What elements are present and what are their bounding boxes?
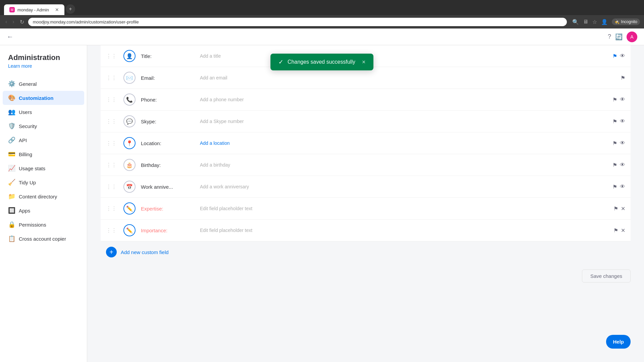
help-btn[interactable]: Help — [606, 335, 631, 349]
field-icon-work-anniversary: 📅 — [123, 181, 136, 193]
flag-icon-birthday: ⚑ — [612, 162, 617, 168]
url-text: moodjoy.monday.com/admin/customization/u… — [33, 19, 139, 24]
flag-icon-expertise: ⚑ — [613, 205, 618, 212]
eye-icon-location[interactable]: 👁 — [620, 140, 625, 146]
eye-icon-work-anniversary[interactable]: 👁 — [620, 184, 625, 190]
sidebar-item-content-directory[interactable]: 📁 Content directory — [0, 189, 87, 203]
drag-handle-phone[interactable]: ⋮⋮ — [106, 97, 117, 103]
nav-icons: 🔍 🖥 ☆ 👤 🕵️ Incognito — [572, 18, 640, 25]
field-row-work-anniversary: ⋮⋮ 📅 Work annive... Add a work anniversa… — [101, 176, 631, 198]
drag-handle-email[interactable]: ⋮⋮ — [106, 75, 117, 81]
learn-more-link[interactable]: Learn more — [0, 63, 87, 69]
url-bar[interactable]: moodjoy.monday.com/admin/customization/u… — [28, 18, 567, 26]
field-row-location: ⋮⋮ 📍 Location: Add a location ⚑👁 — [101, 132, 631, 154]
reload-btn[interactable]: ↻ — [18, 17, 25, 26]
sidebar-item-security[interactable]: 🛡️ Security — [0, 119, 87, 133]
field-icon-location: 📍 — [123, 137, 136, 149]
field-row-importance: ⋮⋮ ✏️ Importance: Edit field placeholder… — [101, 220, 631, 241]
user-avatar[interactable]: A — [627, 32, 637, 42]
sidebar-icon-content-directory: 📁 — [8, 193, 15, 200]
field-placeholder-birthday: Add a birthday — [200, 162, 607, 168]
field-icon-skype: 💬 — [123, 115, 136, 127]
add-custom-field-row[interactable]: + Add new custom field — [101, 241, 631, 263]
field-placeholder-location[interactable]: Add a location — [200, 140, 607, 146]
help-icon[interactable]: ? — [608, 33, 611, 40]
sidebar-label-security: Security — [19, 123, 37, 129]
field-actions-phone: ⚑👁 — [612, 97, 625, 103]
back-btn[interactable]: ‹ — [4, 17, 8, 26]
sidebar-icon-api: 🔗 — [8, 136, 15, 144]
sidebar-item-permissions[interactable]: 🔒 Permissions — [0, 218, 87, 232]
sidebar-item-billing[interactable]: 💳 Billing — [0, 147, 87, 161]
main-content: ⋮⋮ 👤 Title: Add a title ⚑👁 ⋮⋮ ✉️ Email: … — [87, 45, 644, 362]
drag-handle-importance[interactable]: ⋮⋮ — [106, 227, 117, 234]
search-icon[interactable]: 🔍 — [572, 19, 579, 25]
profile-icon[interactable]: 👤 — [601, 19, 608, 25]
add-custom-field-btn[interactable]: + — [106, 247, 117, 257]
eye-icon-skype[interactable]: 👁 — [620, 118, 625, 124]
eye-icon-phone[interactable]: 👁 — [620, 97, 625, 103]
sidebar-icon-cross-account-copier: 📋 — [8, 235, 15, 242]
sidebar-label-general: General — [19, 81, 37, 87]
field-label-location: Location: — [141, 140, 195, 146]
field-icon-phone: 📞 — [123, 94, 136, 106]
sidebar-label-tidy-up: Tidy Up — [19, 180, 36, 185]
toast-close-btn[interactable]: × — [362, 59, 366, 66]
drag-handle-work-anniversary[interactable]: ⋮⋮ — [106, 184, 117, 190]
field-actions-work-anniversary: ⚑👁 — [612, 184, 625, 190]
field-actions-title: ⚑👁 — [612, 53, 625, 59]
sidebar-item-general[interactable]: ⚙️ General — [0, 77, 87, 91]
incognito-badge: 🕵️ Incognito — [612, 18, 640, 25]
eye-icon-birthday[interactable]: 👁 — [620, 162, 625, 168]
sidebar-icon-billing: 💳 — [8, 150, 15, 158]
drag-handle-location[interactable]: ⋮⋮ — [106, 140, 117, 146]
new-tab-btn[interactable]: + — [66, 4, 75, 14]
sidebar-label-cross-account-copier: Cross account copier — [19, 236, 66, 242]
eye-icon-title[interactable]: 👁 — [620, 53, 625, 59]
browser-tab-active[interactable]: M monday - Admin ✕ — [4, 4, 64, 15]
field-label-importance: Importance: — [141, 228, 195, 233]
sidebar-icon-usage-stats: 📈 — [8, 165, 15, 172]
field-row-expertise: ⋮⋮ ✏️ Expertise: Edit field placeholder … — [101, 198, 631, 220]
sidebar-icon-apps: 🔲 — [8, 207, 15, 214]
browser-chrome: M monday - Admin ✕ + — [0, 0, 644, 15]
cast-icon[interactable]: 🖥 — [583, 19, 588, 25]
field-actions-birthday: ⚑👁 — [612, 162, 625, 168]
sidebar-item-usage-stats[interactable]: 📈 Usage stats — [0, 161, 87, 175]
field-row-phone: ⋮⋮ 📞 Phone: Add a phone number ⚑👁 — [101, 89, 631, 111]
sidebar-label-permissions: Permissions — [19, 222, 46, 228]
sidebar-label-apps: Apps — [19, 208, 30, 214]
forward-btn[interactable]: › — [11, 17, 15, 26]
sidebar-item-cross-account-copier[interactable]: 📋 Cross account copier — [0, 232, 87, 246]
sidebar-item-users[interactable]: 👥 Users — [0, 105, 87, 119]
star-icon[interactable]: ☆ — [592, 19, 597, 25]
field-actions-email: ⚑ — [621, 75, 625, 81]
field-label-expertise: Expertise: — [141, 206, 195, 212]
flag-icon-location: ⚑ — [612, 140, 617, 146]
sidebar-item-customization[interactable]: 🎨 Customization — [3, 91, 84, 105]
sidebar-item-apps[interactable]: 🔲 Apps — [0, 203, 87, 218]
save-changes-btn[interactable]: Save changes — [582, 269, 631, 283]
drag-handle-title[interactable]: ⋮⋮ — [106, 53, 117, 59]
sidebar-item-api[interactable]: 🔗 API — [0, 133, 87, 147]
close-icon-expertise[interactable]: ✕ — [621, 205, 625, 212]
drag-handle-birthday[interactable]: ⋮⋮ — [106, 162, 117, 168]
field-label-title: Title: — [141, 53, 195, 59]
flag-icon-importance: ⚑ — [613, 227, 618, 234]
field-actions-importance: ⚑✕ — [613, 227, 625, 234]
drag-handle-skype[interactable]: ⋮⋮ — [106, 118, 117, 125]
drag-handle-expertise[interactable]: ⋮⋮ — [106, 205, 117, 212]
sidebar-item-tidy-up[interactable]: 🧹 Tidy Up — [0, 175, 87, 189]
close-icon-importance[interactable]: ✕ — [621, 227, 625, 234]
field-actions-expertise: ⚑✕ — [613, 205, 625, 212]
admin-title: Administration — [0, 53, 87, 62]
refresh-icon[interactable]: 🔄 — [615, 33, 623, 41]
tab-close-btn[interactable]: ✕ — [55, 7, 59, 12]
sidebar-icon-security: 🛡️ — [8, 122, 15, 130]
app-header: ← ? 🔄 A — [0, 28, 644, 45]
field-row-skype: ⋮⋮ 💬 Skype: Add a Skype number ⚑👁 — [101, 111, 631, 132]
field-placeholder-expertise: Edit field placeholder text — [200, 206, 608, 211]
sidebar-label-api: API — [19, 137, 27, 143]
back-nav-btn[interactable]: ← — [7, 33, 13, 41]
field-placeholder-skype: Add a Skype number — [200, 119, 607, 124]
